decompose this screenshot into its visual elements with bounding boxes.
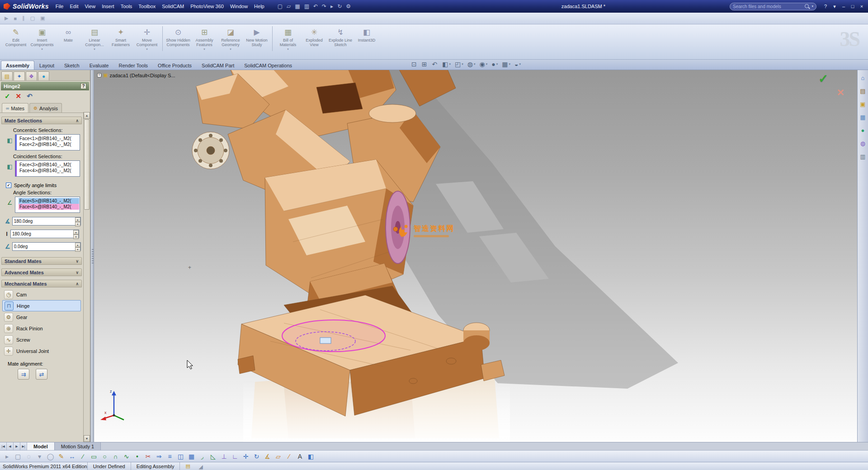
text-icon[interactable]: A: [295, 453, 305, 460]
spinner-up-icon[interactable]: ▲: [75, 217, 80, 222]
rebuild-icon[interactable]: ↻: [337, 3, 342, 9]
tab-render-tools[interactable]: Render Tools: [113, 61, 153, 70]
note-icon[interactable]: ▤: [185, 463, 190, 469]
scroll-down-icon[interactable]: ▼: [84, 435, 90, 442]
smart-dimension-icon[interactable]: ↔: [67, 453, 77, 460]
pause-macro-icon[interactable]: ∥: [22, 15, 25, 21]
propertymanager-tab-icon[interactable]: ✦: [14, 71, 25, 80]
custom-properties-icon[interactable]: ▥: [860, 153, 865, 160]
scroll-up-icon[interactable]: ▲: [84, 112, 90, 119]
maximize-icon[interactable]: □: [848, 3, 857, 10]
circle-icon[interactable]: ○: [100, 453, 109, 460]
select-filter-icon[interactable]: ▾: [35, 453, 44, 460]
displaymanager-tab-icon[interactable]: ●: [38, 71, 49, 80]
mate-type-screw[interactable]: ∿ Screw: [2, 334, 81, 345]
mate-type-universal-joint[interactable]: ✛ Universal Joint: [2, 345, 81, 357]
solidworks-resources-icon[interactable]: ⌂: [861, 75, 865, 81]
tab-sketch[interactable]: Sketch: [59, 61, 85, 70]
first-tab-icon[interactable]: |◀: [0, 442, 7, 450]
arc-icon[interactable]: ∩: [111, 453, 120, 460]
minimize-icon[interactable]: –: [839, 3, 848, 10]
aligned-button[interactable]: ⇉: [18, 369, 29, 380]
tab-assembly[interactable]: Assembly: [1, 61, 34, 70]
spinner-up-icon[interactable]: ▲: [73, 230, 79, 235]
min-angle-field[interactable]: ▲ ▼: [12, 242, 81, 251]
options-icon[interactable]: ⚙: [346, 3, 351, 9]
reference-geometry-button[interactable]: ◪ Reference Geometry ▾: [217, 26, 244, 51]
apply-scene-icon[interactable]: ▦▾: [502, 61, 510, 68]
selection-highlights[interactable]: [282, 320, 385, 352]
search-input[interactable]: [733, 4, 802, 9]
zoom-fit-icon[interactable]: ⊡: [411, 61, 418, 68]
angle-value-field[interactable]: ▲ ▼: [12, 217, 81, 226]
chamfer-icon[interactable]: ◺: [208, 453, 218, 460]
view-orientation-icon[interactable]: ◰▾: [455, 61, 463, 68]
angle-value-input[interactable]: [13, 217, 75, 225]
show-hidden-components-button[interactable]: ⊙ Show Hidden Components: [165, 26, 191, 51]
display-style-icon[interactable]: ◍▾: [467, 61, 476, 68]
spinner-down-icon[interactable]: ▼: [73, 235, 79, 239]
section-icon[interactable]: ◧: [306, 453, 316, 460]
undo-button[interactable]: ↶: [27, 92, 33, 100]
search-icon[interactable]: [804, 4, 810, 9]
menu-view[interactable]: View: [81, 2, 99, 10]
panel-scrollbar[interactable]: ▲ ▼: [83, 112, 90, 442]
point-icon[interactable]: •: [132, 453, 142, 460]
decals-icon[interactable]: ◍: [860, 140, 865, 147]
configurationmanager-tab-icon[interactable]: ❖: [26, 71, 37, 80]
selection-item[interactable]: Face<3>@IRB140_-_M2(: [19, 162, 79, 168]
cancel-button[interactable]: ✕: [16, 92, 22, 100]
move-entities-icon[interactable]: ✛: [241, 453, 250, 460]
analysis-tab-icon[interactable]: ⚙ Analysis: [29, 103, 62, 113]
selection-item[interactable]: Face<1>@IRB140_-_M2(: [19, 136, 79, 141]
mirror-entities-icon[interactable]: ◫: [176, 453, 185, 460]
search-box[interactable]: ▾: [730, 3, 816, 10]
menu-solidcam[interactable]: SolidCAM: [159, 2, 187, 10]
mate-button[interactable]: ∞ Mate: [55, 26, 81, 47]
new-motion-study-button[interactable]: ▶ New Motion Study: [244, 26, 273, 51]
convert-entities-icon[interactable]: ⇒: [154, 453, 164, 460]
trim-icon[interactable]: ✂: [143, 453, 153, 460]
menu-toolbox[interactable]: Toolbox: [135, 2, 159, 10]
stop-macro-icon[interactable]: ■: [14, 16, 17, 21]
tab-motion-study-1[interactable]: Motion Study 1: [55, 442, 101, 450]
design-library-icon[interactable]: ▤: [860, 88, 865, 94]
plane-icon[interactable]: ▱: [274, 453, 283, 460]
line-icon[interactable]: ∕: [78, 453, 88, 460]
edit-component-button[interactable]: ✎ Edit Component: [3, 26, 29, 51]
save-icon[interactable]: ▦: [295, 3, 300, 9]
featuremanager-tab-icon[interactable]: ▤: [1, 71, 13, 80]
lasso-select-icon[interactable]: ◌: [24, 453, 33, 460]
mate-type-gear[interactable]: ⚙ Gear: [2, 311, 81, 323]
selection-item[interactable]: Face<2>@IRB140_-_M2(: [19, 141, 79, 147]
tree-expand-icon[interactable]: +: [97, 73, 101, 77]
bill-of-materials-button[interactable]: ▦ Bill of Materials ▾: [275, 26, 301, 51]
menu-tools[interactable]: Tools: [118, 2, 136, 10]
scrollbar-thumb[interactable]: [84, 119, 90, 210]
angle-value-input[interactable]: [13, 243, 75, 250]
select-arrow-icon[interactable]: ▸: [330, 3, 333, 9]
explode-line-sketch-button[interactable]: ↯ Explode Line Sketch: [327, 26, 354, 51]
group-header-mate-selections[interactable]: Mate Selections ∧: [1, 117, 82, 124]
add-relation-icon[interactable]: ⊥: [219, 453, 229, 460]
new-macro-icon[interactable]: ▢: [30, 15, 35, 21]
next-tab-icon[interactable]: ▶: [14, 442, 20, 450]
tab-layout[interactable]: Layout: [34, 61, 59, 70]
view-settings-icon[interactable]: ◒▾: [514, 61, 521, 68]
offset-entities-icon[interactable]: ≡: [165, 453, 175, 460]
feature-tree-root[interactable]: + ▣ zadaca1 (Default<Display S...: [97, 72, 175, 78]
graphics-area[interactable]: + ▣ zadaca1 (Default<Display S... ✓ ✕ 智造…: [94, 70, 857, 442]
smart-fasteners-button[interactable]: ✦ Smart Fasteners: [108, 26, 134, 51]
menu-edit[interactable]: Edit: [67, 2, 82, 10]
specify-angle-limits-row[interactable]: ✓ Specify angle limits: [6, 183, 82, 188]
tab-solidcam-part[interactable]: SolidCAM Part: [197, 61, 239, 70]
instant3d-button[interactable]: ◧ Instant3D: [354, 26, 380, 47]
capture-icon[interactable]: ▣: [40, 15, 45, 21]
group-header-standard-mates[interactable]: Standard Mates ∨: [1, 257, 82, 265]
move-component-button[interactable]: ✛ Move Component ▾: [134, 26, 163, 51]
fillet-icon[interactable]: ◞: [198, 453, 207, 460]
selection-item[interactable]: Face<4>@IRB140_-_M2(: [19, 168, 79, 174]
selection-item[interactable]: Face<6>@IRB140_-_M2(: [19, 204, 79, 210]
undo-icon[interactable]: ↶: [313, 3, 318, 9]
search-dropdown-icon[interactable]: ▾: [811, 5, 813, 8]
